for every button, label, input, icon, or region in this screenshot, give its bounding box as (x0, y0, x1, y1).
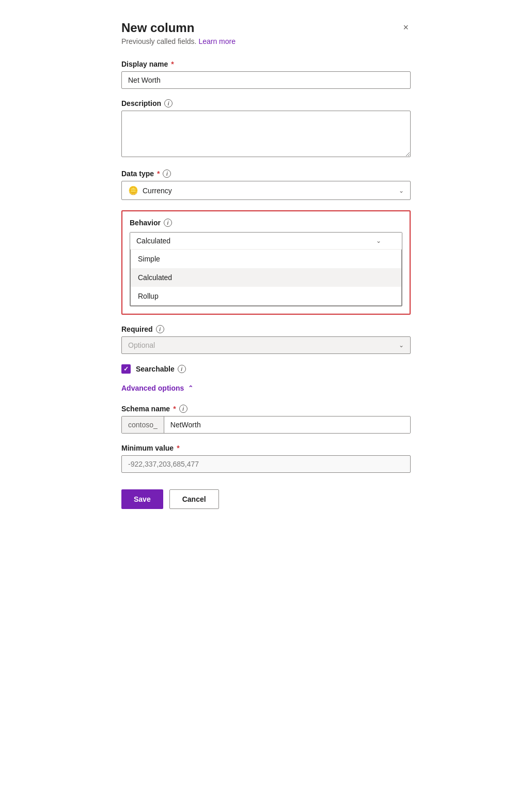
save-button[interactable]: Save (121, 489, 163, 509)
required-chevron: ⌄ (399, 342, 404, 349)
behavior-chevron: ⌄ (376, 237, 381, 244)
schema-name-label: Schema name * i (121, 405, 411, 413)
description-label: Description i (121, 99, 411, 107)
required-star: * (171, 60, 174, 68)
description-input[interactable] (121, 111, 411, 157)
behavior-section: Behavior i Calculated ⌄ Simple Calculate… (121, 210, 411, 315)
advanced-options-toggle[interactable]: Advanced options ⌃ (121, 384, 193, 392)
schema-name-input[interactable] (164, 417, 410, 433)
searchable-label: Searchable i (136, 365, 186, 373)
footer-buttons: Save Cancel (121, 489, 411, 509)
required-select[interactable]: Optional ⌄ (121, 336, 411, 354)
new-column-panel: New column × Previously called fields. L… (121, 21, 411, 781)
close-button[interactable]: × (401, 21, 411, 34)
panel-subtitle: Previously called fields. Learn more (121, 37, 411, 45)
searchable-checkbox[interactable]: ✓ (121, 364, 131, 374)
display-name-group: Display name * (121, 60, 411, 89)
panel-title: New column (121, 21, 194, 35)
cancel-button[interactable]: Cancel (169, 489, 219, 509)
behavior-option-calculated[interactable]: Calculated (131, 268, 401, 287)
required-group: Required i Optional ⌄ (121, 325, 411, 354)
schema-prefix: contoso_ (122, 417, 164, 433)
behavior-label: Behavior i (130, 219, 402, 227)
required-star-schema: * (173, 405, 176, 413)
data-type-info-icon: i (163, 169, 171, 178)
minimum-value-label: Minimum value * (121, 444, 411, 452)
required-star-datatype: * (157, 169, 160, 178)
schema-input-group: contoso_ (121, 416, 411, 434)
minimum-value-input[interactable] (121, 455, 411, 473)
minimum-value-group: Minimum value * (121, 444, 411, 473)
display-name-label: Display name * (121, 60, 411, 68)
behavior-option-simple[interactable]: Simple (131, 250, 401, 268)
behavior-info-icon: i (164, 219, 172, 227)
required-star-min: * (177, 444, 179, 452)
data-type-label: Data type * i (121, 169, 411, 178)
schema-name-info-icon: i (179, 405, 187, 413)
schema-name-group: Schema name * i contoso_ (121, 405, 411, 434)
searchable-group: ✓ Searchable i (121, 364, 411, 374)
required-info-icon: i (156, 325, 164, 333)
description-group: Description i (121, 99, 411, 159)
data-type-chevron: ⌄ (399, 187, 404, 194)
advanced-options-chevron: ⌃ (188, 384, 193, 392)
currency-icon: 🪙 (128, 186, 138, 195)
behavior-options-list: Simple Calculated Rollup (130, 250, 402, 306)
behavior-dropdown[interactable]: Calculated ⌄ Simple Calculated Rollup (130, 232, 402, 306)
searchable-info-icon: i (178, 365, 186, 373)
checkmark-icon: ✓ (123, 365, 129, 373)
display-name-input[interactable] (121, 71, 411, 89)
required-label: Required i (121, 325, 411, 333)
learn-more-link[interactable]: Learn more (198, 37, 236, 45)
behavior-selected-display[interactable]: Calculated ⌄ (130, 233, 402, 250)
data-type-select[interactable]: 🪙 Currency ⌄ (121, 181, 411, 200)
data-type-group: Data type * i 🪙 Currency ⌄ (121, 169, 411, 200)
description-info-icon: i (164, 99, 173, 107)
panel-header: New column × (121, 21, 411, 35)
behavior-option-rollup[interactable]: Rollup (131, 287, 401, 305)
